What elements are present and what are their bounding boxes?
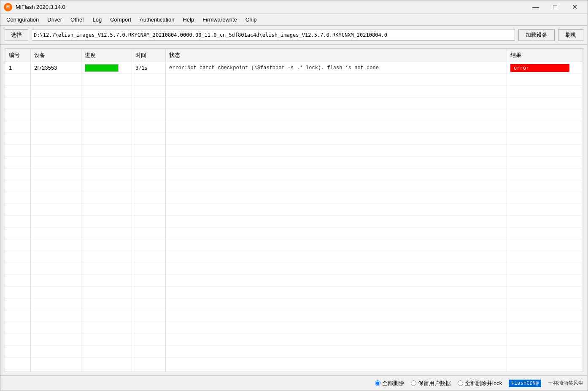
table-row-empty [5,145,583,157]
option-keep-user-data-label: 保留用户数据 [418,380,451,387]
table-row-empty [5,133,583,145]
content-area: 编号 设备 进度 时间 状态 结果 12f723553371serror:Not… [0,45,588,375]
table-row-empty [5,216,583,228]
menu-configuration[interactable]: Configuration [2,15,43,24]
menu-other[interactable]: Other [66,15,89,24]
cell-device: 2f723553 [31,62,81,74]
table-row: 12f723553371serror:Not catch checkpoint … [5,62,583,74]
table-row-empty [5,74,583,86]
window-title: MiFlash 2020.3.14.0 [16,4,526,10]
table-row-empty [5,109,583,121]
table-row-empty [5,228,583,239]
minimize-button[interactable]: — [526,0,545,14]
table-row-empty [5,322,583,334]
table-row-empty [5,346,583,358]
col-header-num: 编号 [5,49,31,62]
table-row-empty [5,334,583,346]
menu-firmwarewrite[interactable]: Firmwarewrite [198,15,241,24]
table-row-empty [5,369,583,372]
col-header-progress: 进度 [81,49,132,62]
table-row-empty [5,299,583,310]
maximize-button[interactable]: □ [545,0,565,14]
footer-bar: 全部删除 保留用户数据 全部删除并lock FlashCDN@ 一杯浊酒笑风尘 [0,375,588,391]
table-row-empty [5,310,583,322]
flash-status-badge: FlashCDN@ [509,380,541,387]
title-bar: M MiFlash 2020.3.14.0 — □ ✕ [0,0,588,14]
table-row-empty [5,251,583,263]
select-button[interactable]: 选择 [5,29,28,41]
cell-time: 371s [132,62,166,74]
table-row-empty [5,287,583,299]
table-row-empty [5,239,583,251]
col-header-result: 结果 [507,49,583,62]
table-row-empty [5,121,583,133]
table-row-empty [5,192,583,204]
cell-progress [81,62,132,74]
flash-button[interactable]: 刷机 [558,29,583,41]
col-header-device: 设备 [31,49,81,62]
device-table-container: 编号 设备 进度 时间 状态 结果 12f723553371serror:Not… [5,48,583,372]
table-row-empty [5,168,583,180]
menu-help[interactable]: Help [178,15,198,24]
load-device-button[interactable]: 加载设备 [518,29,555,41]
table-row-empty [5,263,583,275]
radio-delete-all[interactable] [375,380,380,386]
app-logo: M [4,3,12,11]
device-table: 编号 设备 进度 时间 状态 结果 12f723553371serror:Not… [5,49,583,372]
menu-chip[interactable]: Chip [241,15,261,24]
table-row-empty [5,157,583,168]
table-row-empty [5,358,583,369]
table-row-empty [5,86,583,98]
menu-comport[interactable]: Comport [106,15,135,24]
close-button[interactable]: ✕ [565,0,584,14]
table-header-row: 编号 设备 进度 时间 状态 结果 [5,49,583,62]
option-delete-lock[interactable]: 全部删除并lock [458,380,502,387]
toolbar: 选择 加载设备 刷机 [0,26,588,45]
cell-status: error:Not catch checkpoint (\$fastboot -… [166,62,507,74]
path-input[interactable] [32,30,515,41]
table-row-empty [5,204,583,216]
table-row-empty [5,98,583,109]
option-delete-all-label: 全部删除 [382,380,404,387]
menu-authentication[interactable]: Authentication [135,15,178,24]
option-keep-user-data[interactable]: 保留用户数据 [411,380,451,387]
error-badge: error [510,64,569,72]
menu-driver[interactable]: Driver [43,15,66,24]
radio-delete-lock[interactable] [458,380,463,386]
col-header-time: 时间 [132,49,166,62]
radio-keep-user-data[interactable] [411,380,416,386]
option-delete-all[interactable]: 全部删除 [375,380,404,387]
menu-bar: Configuration Driver Other Log Comport A… [0,14,588,26]
option-delete-lock-label: 全部删除并lock [465,380,502,387]
window-controls: — □ ✕ [526,0,584,14]
table-row-empty [5,275,583,287]
main-window: M MiFlash 2020.3.14.0 — □ ✕ Configuratio… [0,0,588,391]
cell-result: error [507,62,583,74]
flash-comment: 一杯浊酒笑风尘 [548,380,583,387]
menu-log[interactable]: Log [89,15,106,24]
table-row-empty [5,180,583,192]
col-header-status: 状态 [166,49,507,62]
cell-num: 1 [5,62,31,74]
